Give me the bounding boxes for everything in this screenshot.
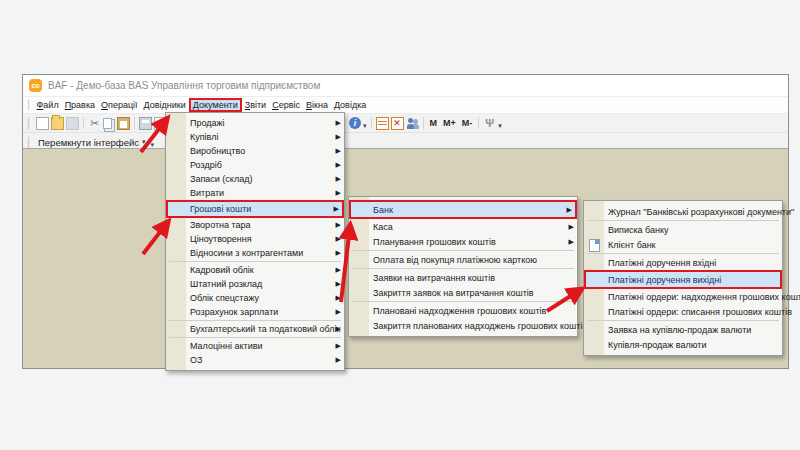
toolbar-separator — [134, 117, 135, 129]
print-icon[interactable] — [139, 117, 152, 130]
menu-item-label: Клієнт банк — [608, 240, 656, 250]
app-logo-icon: co — [29, 79, 42, 92]
memory-button-m[interactable]: M — [427, 118, 441, 128]
menu-item-label: Журнал "Банківські розрахункові документ… — [608, 207, 794, 217]
menu-item-cash-planning[interactable]: Планування грошових коштів▶ — [349, 234, 577, 249]
menu-item-payment-slip-writeoff[interactable]: Платіжні ордери: списання грошових кошті… — [584, 304, 782, 319]
menu-item-close-spending-requests[interactable]: Закриття заявок на витрачання коштів — [349, 285, 577, 300]
calendar-icon[interactable] — [376, 117, 389, 130]
submenu-arrow-icon: ▶ — [336, 147, 341, 155]
menu-item-bank-statement[interactable]: Виписка банку — [584, 222, 782, 237]
menu-item-hr[interactable]: Кадровий облік▶ — [166, 263, 344, 277]
open-icon[interactable] — [51, 117, 64, 130]
menu-item-bank[interactable]: Банк▶ — [349, 200, 577, 219]
menu-item-client-bank[interactable]: Клієнт банк — [584, 237, 782, 252]
menu-separator — [352, 250, 574, 251]
menubar-item-windows[interactable]: Вікна — [303, 99, 331, 111]
menubar-item-operations[interactable]: Операції — [98, 99, 141, 111]
interface-switcher-label: Перемкнути інтерфейс — [38, 137, 139, 148]
menu-item-stock[interactable]: Запаси (склад)▶ — [166, 172, 344, 186]
menu-item-production[interactable]: Виробництво▶ — [166, 144, 344, 158]
menu-item-low-value-assets[interactable]: Малоцінні активи▶ — [166, 339, 344, 353]
dropdown-caret-icon[interactable]: ▾ — [498, 122, 502, 132]
submenu-arrow-icon: ▶ — [569, 223, 574, 231]
menu-item-label: Плановані надходження грошових коштів — [373, 306, 546, 316]
submenu-arrow-icon: ▶ — [567, 206, 572, 214]
memory-button-m-plus[interactable]: M+ — [440, 118, 459, 128]
interface-switcher-button[interactable]: Перемкнути інтерфейс ▾ — [35, 136, 150, 149]
menu-item-returnable-packaging[interactable]: Зворотна тара▶ — [166, 218, 344, 232]
menu-item-card-payment[interactable]: Оплата від покупця платіжною карткою — [349, 252, 577, 267]
menu-item-payroll[interactable]: Розрахунок зарплати▶ — [166, 305, 344, 319]
new-document-icon[interactable] — [36, 117, 49, 130]
menu-item-label: Купівлі — [190, 132, 218, 142]
submenu-arrow-icon: ▶ — [569, 238, 574, 246]
dropdown-caret-icon[interactable]: ▾ — [363, 122, 367, 132]
menu-item-payment-orders-incoming[interactable]: Платіжні доручення вхідні — [584, 255, 782, 270]
menu-item-planned-receipts[interactable]: Плановані надходження грошових коштів — [349, 303, 577, 318]
menu-item-cash-desk[interactable]: Каса▶ — [349, 219, 577, 234]
submenu-arrow-icon: ▶ — [336, 342, 341, 350]
menu-item-payment-slip-receipt[interactable]: Платіжні ордери: надходження грошових ко… — [584, 289, 782, 304]
menu-separator — [169, 337, 341, 338]
submenu-arrow-icon: ▶ — [336, 249, 341, 257]
users-icon[interactable] — [406, 117, 419, 130]
menu-item-pricing[interactable]: Ціноутворення▶ — [166, 232, 344, 246]
menu-item-label: Бухгалтерський та податковий облік — [190, 324, 340, 334]
calendar-close-icon[interactable]: ✕ — [391, 117, 404, 130]
menu-item-special-service[interactable]: Облік спецстажу▶ — [166, 291, 344, 305]
menu-bar: ⎢ Файл Правка Операції Довідники Докумен… — [23, 97, 788, 114]
submenu-arrow-icon: ▶ — [336, 189, 341, 197]
menu-separator — [352, 268, 574, 269]
paste-icon[interactable] — [117, 117, 130, 130]
menu-item-purchases[interactable]: Купівлі▶ — [166, 130, 344, 144]
window-title: BAF - Демо-база BAS Управління торговим … — [48, 80, 320, 91]
menu-item-sales[interactable]: Продажі▶ — [166, 116, 344, 130]
menu-item-spending-requests[interactable]: Заявки на витрачання коштів — [349, 270, 577, 285]
menu-item-currency-request[interactable]: Заявка на купівлю-продаж валюти — [584, 322, 782, 337]
submenu-arrow-icon: ▶ — [336, 356, 341, 364]
menubar-item-reports[interactable]: Звіти — [242, 99, 269, 111]
menu-item-payment-orders-outgoing[interactable]: Платіжні доручення вихідні — [584, 270, 782, 289]
info-icon[interactable]: i — [349, 117, 361, 129]
toolbar-separator — [423, 117, 424, 129]
menubar-item-service[interactable]: Сервіс — [269, 99, 303, 111]
toolbar-separator — [478, 117, 479, 129]
menu-item-label: Платіжні доручення вихідні — [608, 275, 721, 285]
menu-item-fixed-assets[interactable]: ОЗ▶ — [166, 353, 344, 367]
menu-separator — [169, 261, 341, 262]
save-icon[interactable] — [66, 117, 79, 130]
menu-item-label: Платіжні доручення вхідні — [608, 258, 716, 268]
menubar-item-catalogs[interactable]: Довідники — [141, 99, 189, 111]
service-tools-icon[interactable]: Ψ — [483, 117, 496, 130]
menu-item-label: Грошові кошти — [190, 204, 251, 214]
menu-item-close-planned-receipts[interactable]: Закриття планованих надходжень грошових … — [349, 318, 577, 333]
menu-item-retail[interactable]: Роздріб▶ — [166, 158, 344, 172]
menubar-item-help[interactable]: Довідка — [331, 99, 369, 111]
submenu-arrow-icon: ▶ — [336, 280, 341, 288]
cut-icon[interactable]: ✂ — [88, 117, 101, 130]
menu-item-label: Кадровий облік — [190, 265, 254, 275]
menu-item-cash-funds[interactable]: Грошові кошти▶ — [166, 200, 344, 218]
menubar-item-file[interactable]: Файл — [34, 99, 62, 111]
menubar-item-edit[interactable]: Правка — [62, 99, 98, 111]
submenu-arrow-icon: ▶ — [336, 119, 341, 127]
menu-item-label: Запаси (склад) — [190, 174, 252, 184]
menu-item-label: Облік спецстажу — [190, 293, 259, 303]
client-bank-icon — [589, 239, 600, 252]
menu-item-label: Відносини з контрагентами — [190, 248, 303, 258]
memory-button-m-minus[interactable]: M- — [459, 118, 476, 128]
menu-item-label: Заявка на купівлю-продаж валюти — [608, 325, 751, 335]
menu-item-counterparty-relations[interactable]: Відносини з контрагентами▶ — [166, 246, 344, 260]
menubar-item-documents[interactable]: Документи — [189, 98, 242, 112]
menu-item-label: Купівля-продаж валюти — [608, 340, 706, 350]
menu-item-expenses[interactable]: Витрати▶ — [166, 186, 344, 200]
menu-item-currency-trade[interactable]: Купівля-продаж валюти — [584, 337, 782, 352]
menu-item-staffing[interactable]: Штатний розклад▶ — [166, 277, 344, 291]
dropdown-caret-icon: ▾ — [142, 138, 146, 148]
menu-item-accounting-tax[interactable]: Бухгалтерський та податковий облік▶ — [166, 322, 344, 336]
menu-item-bank-journal[interactable]: Журнал "Банківські розрахункові документ… — [584, 204, 782, 219]
menu-item-label: Витрати — [190, 188, 224, 198]
copy-icon[interactable] — [103, 118, 112, 129]
menu-separator — [587, 320, 779, 321]
